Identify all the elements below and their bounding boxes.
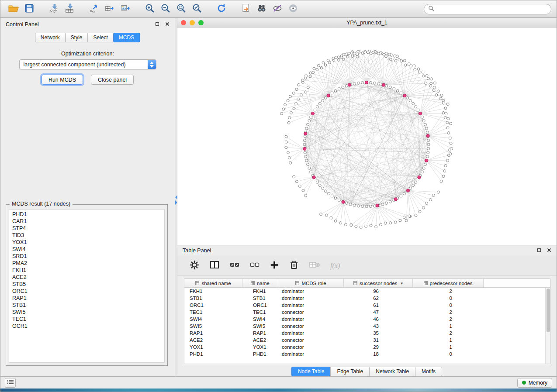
sort-arrow-icon[interactable]: ▾ — [401, 281, 403, 285]
table-row[interactable]: SWI4SWI4dominator462 — [184, 316, 550, 323]
mcds-result-item[interactable]: SRD1 — [9, 253, 164, 260]
table-row[interactable]: PHD1PHD1dominator180 — [184, 351, 550, 358]
hide-details-button[interactable] — [270, 2, 285, 16]
mcds-result-item[interactable]: FKH1 — [9, 267, 164, 274]
tab-select[interactable]: Select — [88, 33, 114, 42]
bottom-tab-node-table[interactable]: Node Table — [291, 367, 331, 376]
zoom-in-button[interactable] — [142, 2, 158, 16]
mcds-result-item[interactable]: YOX1 — [9, 239, 164, 246]
bottom-tab-edge-table[interactable]: Edge Table — [330, 367, 370, 376]
table-row[interactable]: TEC1TEC1connector472 — [184, 309, 550, 316]
close-panel-button[interactable]: Close panel — [91, 75, 134, 85]
mcds-result-item[interactable]: STP4 — [9, 225, 164, 232]
trash-icon — [289, 260, 299, 271]
table-cell: SWI4 — [242, 316, 278, 322]
tab-network[interactable]: Network — [35, 33, 66, 42]
export-table-button[interactable] — [102, 2, 118, 16]
bottom-tab-motifs[interactable]: Motifs — [415, 367, 442, 376]
table-row[interactable]: STB1STB1dominator620 — [184, 295, 550, 302]
mcds-result-item[interactable]: ORC1 — [9, 288, 164, 295]
table-cell: PHD1 — [242, 351, 278, 357]
zoom-out-button[interactable] — [158, 2, 173, 16]
network-canvas-svg[interactable] — [177, 28, 557, 245]
mcds-result-item[interactable]: SWI5 — [9, 309, 164, 316]
table-row[interactable]: ACE2ACE2connector311 — [184, 337, 550, 344]
deselect-all-rows-button[interactable] — [250, 261, 259, 270]
column-header-name[interactable]: name — [242, 279, 278, 287]
refresh-layout-button[interactable] — [214, 2, 229, 16]
mcds-result-item[interactable]: STB5 — [9, 281, 164, 288]
birds-eye-button[interactable] — [285, 2, 301, 16]
column-header-predecessor-nodes[interactable]: predecessor nodes — [413, 279, 484, 287]
import-table-button[interactable] — [62, 2, 77, 16]
mcds-result-item[interactable]: PMA2 — [9, 260, 164, 267]
table-settings-button[interactable] — [190, 260, 199, 271]
show-columns-button[interactable] — [210, 260, 219, 271]
export-network-button[interactable] — [86, 2, 102, 16]
zoom-selected-button[interactable] — [189, 2, 205, 16]
zoom-in-icon — [145, 3, 155, 15]
column-header-shared-name[interactable]: shared name — [184, 279, 242, 287]
import-network-button[interactable] — [46, 2, 62, 16]
close-panel-icon[interactable] — [547, 248, 551, 254]
window-close-icon[interactable] — [181, 20, 186, 25]
tab-mcds[interactable]: MCDS — [113, 33, 140, 42]
zoom-selected-icon — [192, 3, 202, 15]
memory-button[interactable]: Memory — [517, 378, 552, 388]
table-panel-title: Table Panel — [183, 248, 211, 254]
function-builder-button[interactable]: f(x) — [330, 262, 340, 270]
mcds-result-item[interactable]: TID3 — [9, 232, 164, 239]
scrollbar-thumb[interactable] — [547, 289, 550, 332]
main-toolbar — [0, 0, 557, 18]
mcds-result-item[interactable]: CAR1 — [9, 218, 164, 225]
table-row[interactable]: YOX1YOX1connector291 — [184, 344, 550, 351]
close-panel-icon[interactable] — [165, 21, 170, 28]
node-table: shared namenameMCDS rolesuccessor nodes▾… — [184, 279, 550, 364]
find-button[interactable] — [254, 2, 270, 16]
network-canvas[interactable] — [177, 28, 557, 245]
optimization-criterion-select[interactable]: largest connected component (undirected) — [19, 59, 156, 69]
search-input[interactable] — [437, 6, 547, 12]
delete-column-button[interactable] — [289, 260, 299, 271]
export-image-button[interactable] — [118, 2, 133, 16]
mcds-result-item[interactable]: GCR1 — [9, 323, 164, 330]
mcds-result-list[interactable]: PHD1CAR1STP4TID3YOX1SWI4SRD1PMA2FKH1ACE2… — [9, 209, 165, 363]
table-row[interactable]: ORC1ORC1dominator610 — [184, 302, 550, 309]
mcds-result-item[interactable]: SWI4 — [9, 246, 164, 253]
select-all-rows-button[interactable] — [230, 261, 239, 270]
mcds-result-item[interactable]: ACE2 — [9, 274, 164, 281]
column-header-MCDS-role[interactable]: MCDS role — [278, 279, 344, 287]
desktop-wallpaper-strip — [0, 389, 557, 392]
float-panel-icon[interactable] — [537, 248, 541, 254]
search-box[interactable] — [424, 4, 551, 14]
bottom-tab-network-table[interactable]: Network Table — [369, 367, 415, 376]
table-row[interactable]: FKH1FKH1dominator962 — [184, 288, 550, 295]
open-session-button[interactable] — [6, 2, 21, 16]
table-row[interactable]: RAP1RAP1dominator352 — [184, 330, 550, 337]
table-scrollbar[interactable] — [545, 288, 550, 364]
show-panels-button[interactable] — [5, 378, 16, 388]
window-zoom-icon[interactable] — [198, 20, 204, 25]
zoom-fit-button[interactable] — [173, 2, 189, 16]
table-cell: 1 — [413, 337, 484, 343]
optimization-criterion-label: Optimization criterion: — [0, 51, 175, 57]
import-table-icon — [65, 3, 74, 14]
window-minimize-icon[interactable] — [190, 20, 195, 25]
save-session-button[interactable] — [21, 2, 37, 16]
float-panel-icon[interactable] — [155, 21, 159, 28]
mcds-result-item[interactable]: STB1 — [9, 302, 164, 309]
delete-table-button[interactable] — [309, 261, 320, 270]
mcds-result-item[interactable]: TEC1 — [9, 316, 164, 323]
eye-icon — [288, 3, 298, 14]
table-row[interactable]: SWI5SWI5connector431 — [184, 323, 550, 330]
run-mcds-button[interactable]: Run MCDS — [42, 75, 83, 85]
tab-style[interactable]: Style — [65, 33, 88, 42]
mcds-result-item[interactable]: RAP1 — [9, 295, 164, 302]
mcds-result-item[interactable]: PHD1 — [9, 211, 164, 218]
table-cell: FKH1 — [242, 289, 278, 294]
table-cell: 0 — [413, 296, 484, 301]
create-column-button[interactable] — [270, 261, 279, 271]
share-network-button[interactable] — [238, 2, 254, 16]
select-all-icon — [230, 261, 239, 270]
column-header-successor-nodes[interactable]: successor nodes▾ — [344, 279, 413, 287]
